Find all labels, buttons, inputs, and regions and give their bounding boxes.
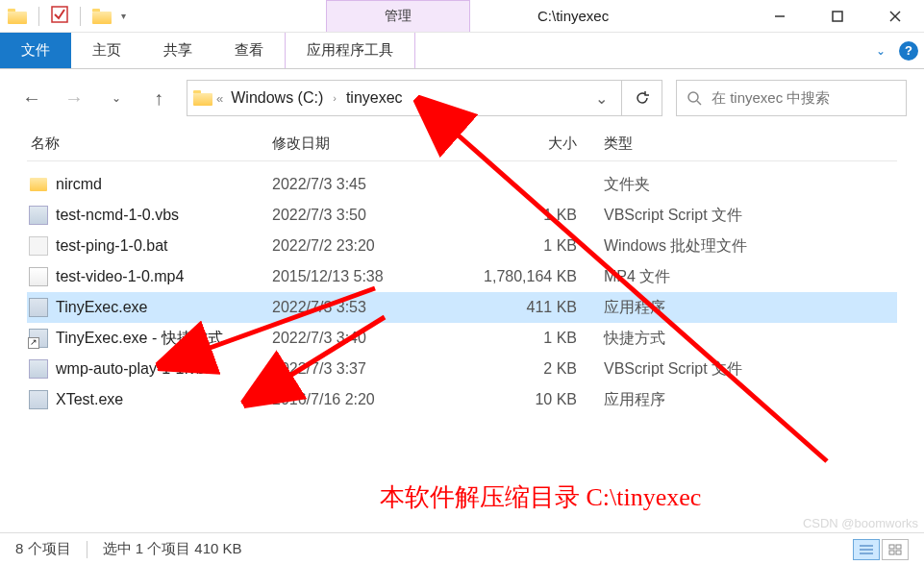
- contextual-tab-header: 管理: [326, 0, 470, 32]
- file-name: test-ping-1-0.bat: [56, 237, 168, 255]
- file-type: MP4 文件: [604, 267, 897, 287]
- file-date: 2022/7/3 3:37: [272, 360, 460, 378]
- qat-customize-icon[interactable]: ▾: [121, 11, 126, 21]
- file-size: 411 KB: [460, 299, 604, 316]
- file-size: 1 KB: [460, 237, 604, 255]
- breadcrumb-prefix: «: [216, 91, 223, 106]
- minimize-button[interactable]: [751, 0, 809, 32]
- exe-icon: [29, 390, 48, 409]
- file-date: 2022/7/3 3:40: [272, 330, 460, 347]
- tab-home[interactable]: 主页: [71, 33, 142, 68]
- ribbon-controls: ⌄ ?: [876, 33, 918, 68]
- separator: [87, 541, 87, 558]
- file-date: 2022/7/2 23:20: [272, 237, 460, 255]
- table-row[interactable]: test-ncmd-1-0.vbs2022/7/3 3:501 KBVBScri…: [27, 200, 897, 231]
- window-title: C:\tinyexec: [470, 0, 751, 32]
- file-type: 应用程序: [604, 390, 897, 410]
- column-date[interactable]: 修改日期: [272, 135, 460, 153]
- svg-rect-13: [896, 551, 901, 554]
- search-input[interactable]: 在 tinyexec 中搜索: [676, 80, 907, 116]
- file-size: 1,780,164 KB: [460, 268, 604, 285]
- file-type: VBScript Script 文件: [604, 359, 897, 380]
- up-button[interactable]: ↑: [144, 84, 173, 112]
- table-row[interactable]: nircmd2022/7/3 3:45文件夹: [27, 169, 897, 200]
- status-selection: 选中 1 个项目 410 KB: [103, 540, 242, 558]
- file-date: 2022/7/3 3:50: [272, 207, 460, 224]
- ribbon-tabs: 文件 主页 共享 查看 应用程序工具 ⌄ ?: [0, 33, 924, 69]
- back-button[interactable]: ←: [17, 84, 46, 112]
- table-row[interactable]: XTest.exe2016/7/16 2:2010 KB应用程序: [27, 384, 897, 415]
- watermark: CSDN @boomworks: [803, 516, 918, 530]
- thumbnails-view-button[interactable]: [882, 539, 909, 560]
- file-type: 文件夹: [604, 175, 897, 195]
- properties-icon[interactable]: [51, 6, 68, 27]
- file-type: VBScript Script 文件: [604, 206, 897, 226]
- breadcrumb-segment-folder[interactable]: tinyexec: [342, 89, 407, 107]
- file-type: 快捷方式: [604, 329, 897, 349]
- chevron-right-icon[interactable]: ›: [331, 92, 338, 104]
- details-view-button[interactable]: [853, 539, 880, 560]
- table-row[interactable]: TinyExec.exe2022/7/3 3:53411 KB应用程序: [27, 292, 897, 323]
- table-row[interactable]: TinyExec.exe - 快捷方式2022/7/3 3:401 KB快捷方式: [27, 323, 897, 354]
- quick-access-toolbar: ▾: [0, 0, 134, 32]
- status-item-count: 8 个项目: [15, 540, 71, 558]
- file-list: 名称 修改日期 大小 类型 nircmd2022/7/3 3:45文件夹test…: [0, 127, 924, 415]
- file-name: TinyExec.exe: [56, 299, 147, 316]
- view-toggle: [853, 539, 909, 560]
- recent-locations-button[interactable]: ⌄: [102, 84, 131, 112]
- ribbon-expand-icon[interactable]: ⌄: [876, 44, 886, 58]
- column-name[interactable]: 名称: [27, 135, 272, 153]
- file-name: XTest.exe: [56, 391, 123, 408]
- folder-icon[interactable]: [8, 9, 27, 24]
- search-placeholder: 在 tinyexec 中搜索: [712, 89, 830, 108]
- column-headers: 名称 修改日期 大小 类型: [27, 127, 897, 161]
- svg-rect-2: [833, 12, 842, 21]
- annotation-text: 本软件解压缩目录 C:\tinyexec: [380, 480, 701, 514]
- column-type[interactable]: 类型: [604, 135, 897, 153]
- tab-view[interactable]: 查看: [213, 33, 285, 68]
- svg-rect-11: [896, 545, 901, 549]
- maximize-button[interactable]: [809, 0, 866, 32]
- table-row[interactable]: test-ping-1-0.bat2022/7/2 23:201 KBWindo…: [27, 231, 897, 261]
- tab-share[interactable]: 共享: [142, 33, 213, 68]
- bat-icon: [29, 236, 48, 256]
- file-name: TinyExec.exe - 快捷方式: [56, 329, 223, 349]
- tab-file[interactable]: 文件: [0, 33, 71, 68]
- breadcrumb-segment-drive[interactable]: Windows (C:): [227, 89, 327, 107]
- search-icon: [687, 90, 702, 106]
- file-size: 2 KB: [460, 360, 604, 378]
- close-button[interactable]: [866, 0, 924, 32]
- column-size[interactable]: 大小: [460, 135, 604, 153]
- file-date: 2022/7/3 3:53: [272, 299, 460, 316]
- forward-button[interactable]: →: [60, 84, 88, 112]
- status-bar: 8 个项目 选中 1 个项目 410 KB: [0, 532, 924, 565]
- file-date: 2016/7/16 2:20: [272, 391, 460, 408]
- separator: [80, 7, 81, 26]
- file-size: 10 KB: [460, 391, 604, 408]
- folder-icon: [193, 90, 212, 106]
- breadcrumb-dropdown[interactable]: ⌄: [587, 89, 615, 108]
- separator: [38, 7, 39, 26]
- address-bar: ← → ⌄ ↑ « Windows (C:) › tinyexec ⌄ 在 ti…: [0, 69, 924, 127]
- file-name: test-ncmd-1-0.vbs: [56, 207, 179, 224]
- file-type: 应用程序: [604, 298, 897, 318]
- refresh-button[interactable]: [622, 80, 662, 116]
- window-controls: [751, 0, 924, 32]
- new-folder-icon[interactable]: [92, 9, 112, 24]
- titlebar: ▾ 管理 C:\tinyexec: [0, 0, 924, 33]
- table-row[interactable]: test-video-1-0.mp42015/12/13 5:381,780,1…: [27, 261, 897, 292]
- file-size: 1 KB: [460, 207, 604, 224]
- file-date: 2022/7/3 3:45: [272, 176, 460, 193]
- svg-point-5: [688, 92, 698, 102]
- table-row[interactable]: wmp-auto-play-1-1.vbs2022/7/3 3:372 KBVB…: [27, 354, 897, 384]
- tab-app-tools[interactable]: 应用程序工具: [285, 33, 415, 68]
- file-date: 2015/12/13 5:38: [272, 268, 460, 285]
- svg-rect-12: [889, 551, 894, 554]
- file-name: wmp-auto-play-1-1.vbs: [56, 360, 212, 378]
- breadcrumb[interactable]: « Windows (C:) › tinyexec ⌄: [187, 80, 622, 116]
- folder-icon: [29, 175, 48, 194]
- help-icon[interactable]: ?: [899, 41, 918, 61]
- lnk-icon: [29, 329, 48, 348]
- mp4-icon: [29, 267, 48, 286]
- file-type: Windows 批处理文件: [604, 236, 897, 257]
